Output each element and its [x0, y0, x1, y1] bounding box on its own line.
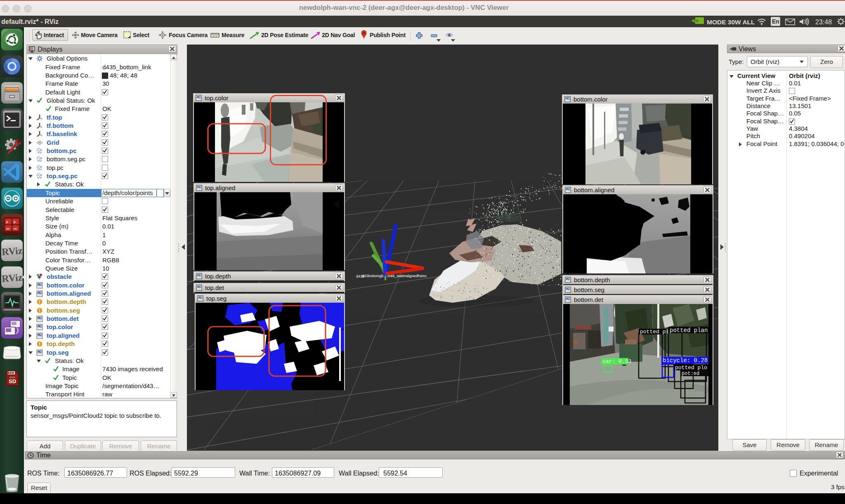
svg-text:bicycle: 0.28: bicycle: 0.28: [663, 357, 708, 364]
svg-text:RViz: RViz: [1, 245, 23, 257]
svg-text:car: 0.33: car: 0.33: [602, 358, 631, 365]
svg-text:potted pl: potted pl: [640, 329, 669, 335]
svg-text:d43bottomglimkinkk_watimalgned: d43bottomglimkinkk_watimalgnedframc: [362, 274, 427, 278]
svg-text:64GB: 64GB: [9, 376, 15, 379]
svg-text:potted plan: potted plan: [670, 327, 708, 334]
svg-text:potted plo: potted plo: [675, 365, 707, 371]
svg-text:RViz: RViz: [1, 272, 23, 284]
svg-text:SD: SD: [9, 378, 16, 384]
svg-text:pot:ed: pot:ed: [682, 371, 699, 377]
